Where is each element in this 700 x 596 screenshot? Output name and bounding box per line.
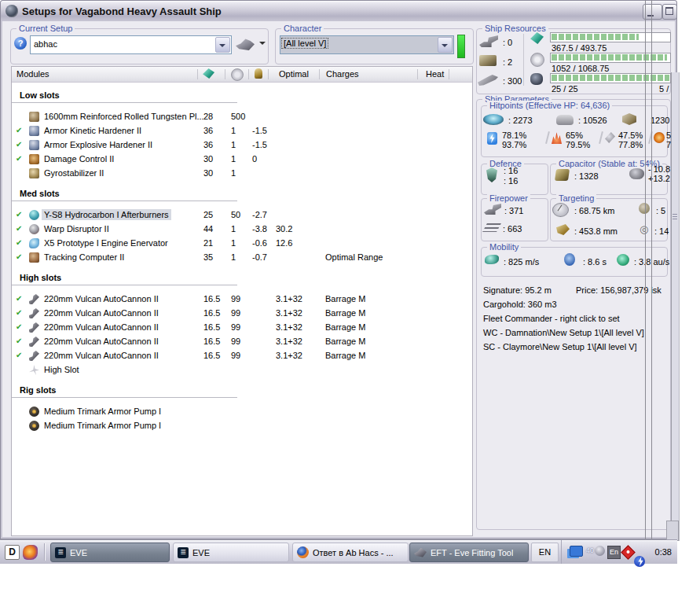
modules-list-header[interactable]: Modules Optimal Charges Heat xyxy=(12,67,472,83)
module-c3: -0.6 xyxy=(252,238,267,248)
charges-column-icon[interactable] xyxy=(255,68,262,79)
chevron-down-icon xyxy=(259,42,266,48)
maximize-icon xyxy=(665,7,673,15)
module-row[interactable]: ✔Y-S8 Hydrocarbon I Afterburners2550-2.7 xyxy=(12,208,472,223)
kinetic-resist-values: 47.5%77.8% xyxy=(618,131,643,149)
module-row[interactable]: High Slot xyxy=(12,363,472,377)
wing-commander-info[interactable]: WC - Damnation\New Setup 1\[All level V] xyxy=(483,328,644,337)
module-row[interactable]: ✔220mm Vulcan AutoCannon II16.5993.1+32B… xyxy=(12,349,472,363)
module-c2: 1 xyxy=(231,224,236,234)
module-name: High Slot xyxy=(42,364,82,375)
module-name: 220mm Vulcan AutoCannon II xyxy=(42,293,161,304)
task-button-eve-2[interactable]: ≡ EVE xyxy=(173,543,289,562)
modules-rows: Low slots 1600mm Reinforced Rolled Tungs… xyxy=(12,83,472,535)
module-row[interactable]: Gyrostabilizer II301 xyxy=(12,167,472,181)
module-row[interactable]: ✔Tracking Computer II351-0.7Optimal Rang… xyxy=(12,251,472,265)
cpu-column-icon[interactable] xyxy=(203,68,214,79)
window-body: Current Setup ? abhac Character [All lev… xyxy=(2,21,675,537)
scrollbar-grip-icon xyxy=(673,214,677,220)
em-resist-values: 78.1%93.7% xyxy=(502,131,526,149)
module-c2: 50 xyxy=(231,210,240,219)
squad-commander-info[interactable]: SC - Claymore\New Setup 1\[All level V] xyxy=(483,342,637,351)
eft-window: Setups for Vagabond Heavy Assault Ship C… xyxy=(0,0,677,539)
targeting-range-icon xyxy=(552,203,569,217)
warp-disruptor-icon xyxy=(29,224,39,234)
quicklaunch-d-icon[interactable]: D xyxy=(5,545,20,560)
module-row[interactable]: Medium Trimark Armor Pump I xyxy=(12,419,472,433)
module-c4: 3.1+32 xyxy=(276,322,302,332)
drone-bar xyxy=(550,73,671,83)
task-button-eft[interactable]: EFT - Eve Fitting Tool xyxy=(409,543,529,562)
module-c1: 36 xyxy=(203,140,213,149)
autocannon-icon xyxy=(29,322,39,333)
column-optimal[interactable]: Optimal xyxy=(279,69,309,79)
module-name: 220mm Vulcan AutoCannon II xyxy=(42,322,161,333)
fitted-check-icon: ✔ xyxy=(16,140,22,149)
armor-hardener-icon xyxy=(29,126,39,136)
powergrid-icon xyxy=(530,53,544,67)
module-c2: 1 xyxy=(231,252,236,262)
module-c1: 16.5 xyxy=(203,351,220,360)
module-row[interactable]: ✔Armor Explosive Hardener II361-1.5 xyxy=(12,138,472,153)
module-row[interactable]: ✔220mm Vulcan AutoCannon II16.5993.1+32B… xyxy=(12,321,472,335)
column-heat[interactable]: Heat xyxy=(426,69,444,79)
module-row[interactable]: ✔X5 Prototype I Engine Enervator211-0.61… xyxy=(12,237,472,251)
drone-right-value: 5 / xyxy=(659,84,669,94)
armor-hardener-icon xyxy=(29,140,39,150)
module-name: 1600mm Reinforced Rolled Tungsten Pl... xyxy=(42,111,207,122)
character-combobox-arrow[interactable] xyxy=(438,37,453,53)
help-icon[interactable]: ? xyxy=(14,37,27,50)
flashget-icon[interactable] xyxy=(634,556,645,567)
module-c4: 3.1+32 xyxy=(276,308,302,318)
cpu-usage-value: 367.5 / 493.75 xyxy=(552,43,607,53)
module-c3: 0 xyxy=(252,154,257,164)
volume-icon[interactable] xyxy=(595,546,605,556)
window-titlebar[interactable]: Setups for Vagabond Heavy Assault Ship xyxy=(1,1,676,21)
powergrid-column-icon[interactable] xyxy=(231,68,244,81)
maximize-button[interactable] xyxy=(662,4,677,20)
character-combobox-value: [All level V] xyxy=(282,39,328,48)
column-modules[interactable]: Modules xyxy=(16,69,49,79)
antivirus-icon[interactable] xyxy=(621,545,635,559)
module-row[interactable]: ✔220mm Vulcan AutoCannon II16.5993.1+32B… xyxy=(12,307,472,321)
module-name: Gyrostabilizer II xyxy=(42,167,106,178)
fleet-commander-info[interactable]: Fleet Commander - right click to set xyxy=(483,314,620,323)
launcher-slots-value: : 2 xyxy=(503,57,512,67)
module-name: 220mm Vulcan AutoCannon II xyxy=(42,336,161,347)
module-c1: 30 xyxy=(203,168,213,178)
module-name: Tracking Computer II xyxy=(42,252,126,263)
module-row[interactable]: ✔220mm Vulcan AutoCannon II16.5993.1+32B… xyxy=(12,292,472,307)
module-row[interactable]: Medium Trimark Armor Pump I xyxy=(12,405,472,419)
character-combobox[interactable]: [All level V] xyxy=(280,35,454,54)
calibration-value: : 300 xyxy=(503,76,522,86)
module-row[interactable]: ✔Warp Disruptor II441-3.830.2 xyxy=(12,223,472,237)
column-charges[interactable]: Charges xyxy=(326,69,359,79)
quicklaunch-app-icon[interactable] xyxy=(23,545,38,560)
module-c3: -1.5 xyxy=(252,126,267,135)
language-en-icon[interactable]: En xyxy=(607,546,621,559)
module-c3: -0.7 xyxy=(252,252,267,262)
autocannon-icon xyxy=(29,294,39,304)
fitted-check-icon: ✔ xyxy=(16,308,22,317)
ship-browser-button[interactable] xyxy=(236,36,267,53)
network-icon[interactable]: 40 xyxy=(570,546,583,557)
setup-combobox[interactable]: abhac xyxy=(30,35,232,54)
module-row[interactable]: 1600mm Reinforced Rolled Tungsten Pl...2… xyxy=(12,110,472,124)
module-row[interactable]: ✔Armor Kinetic Hardener II361-1.5 xyxy=(12,124,472,138)
section-low-slots: Low slots xyxy=(12,90,472,103)
fitted-check-icon: ✔ xyxy=(16,322,22,331)
task-button-firefox[interactable]: Ответ в Ab Hacs - ... xyxy=(292,543,409,562)
task-button-eve-1[interactable]: ≡ EVE xyxy=(50,543,170,562)
module-row[interactable]: ✔Damage Control II3010 xyxy=(12,153,472,167)
fitted-check-icon: ✔ xyxy=(16,126,22,134)
drone-bay-icon xyxy=(530,73,543,85)
language-bar[interactable]: EN xyxy=(531,543,559,562)
drone-usage-value: 25 / 25 xyxy=(552,84,578,94)
background-scrollbar[interactable] xyxy=(671,72,680,541)
module-row[interactable]: ✔220mm Vulcan AutoCannon II16.5993.1+32B… xyxy=(12,335,472,349)
setup-combobox-arrow[interactable] xyxy=(215,37,230,53)
window-drag-outline xyxy=(645,0,652,539)
sig-resolution-value: : 453.8 mm xyxy=(574,226,618,236)
module-name: Medium Trimark Armor Pump I xyxy=(42,420,163,431)
fitted-check-icon: ✔ xyxy=(16,351,22,359)
